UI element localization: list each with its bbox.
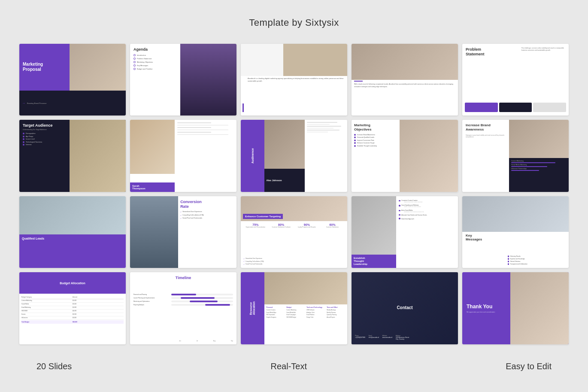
s3-content: Ancalia.id is a leading digital marketin… xyxy=(241,74,347,115)
s15-text-4: Transparent and Collaborative xyxy=(510,263,527,265)
s13-num-3: 90% xyxy=(295,223,319,226)
s5-blocks xyxy=(465,103,566,112)
s2-dot-3 xyxy=(133,61,136,63)
s13-btext-3: Social Proof and Testimonials xyxy=(246,263,262,265)
s14-item-2: Guest Speaking and Webinars Industry eve… xyxy=(399,204,455,207)
s18-col-item-4-3: Quarterly Planning xyxy=(327,314,345,316)
s13-b-2: ✓ Compelling Call-to-Action (CTA) xyxy=(243,260,345,262)
s7-line-5 xyxy=(177,132,211,133)
s16-td-2a: Social Media xyxy=(21,303,73,305)
slide-18[interactable]: ResourceAllocation Personal Content Crea… xyxy=(241,272,347,344)
s19-cd-email: Email info@ancalia.id xyxy=(369,335,379,340)
s20-subtitle: We appreciate your time and consideratio… xyxy=(467,311,507,313)
slide-10[interactable]: Increase BrandAwareness Strategies to gr… xyxy=(462,120,569,191)
slide-7[interactable]: SarahThompson xyxy=(130,120,236,191)
s8-vert-label: Audinence xyxy=(251,148,254,164)
s2-text-1: Introduction xyxy=(137,54,146,56)
s1-person-photo xyxy=(70,44,126,91)
s13-title: Enhance Customer Targeting xyxy=(243,214,283,219)
s18-col-4: Time and Effort Weekly Meetings Monthly … xyxy=(327,307,345,342)
s15-dot-2 xyxy=(508,258,509,260)
slide-6[interactable]: Target Audience Understanding Our Target… xyxy=(19,120,126,191)
s16-total-value: $20,000 xyxy=(73,321,124,323)
s6-dot-5 xyxy=(23,144,24,146)
slide-14[interactable]: EstablishThoughtLeadership Consistent Co… xyxy=(352,196,458,268)
s9-item-3: Improve Conversion Rate xyxy=(354,140,399,141)
slide-9[interactable]: MarketingObjectives Increase Brand Aware… xyxy=(352,120,458,191)
s14-text-5: Data-Driven Approach xyxy=(401,218,414,220)
slide-11[interactable]: Targeted Content Offerings Landing Page … xyxy=(19,196,126,268)
s20-left: Thank You We appreciate your time and co… xyxy=(462,272,511,344)
s6-text-2: Age Range xyxy=(26,136,33,137)
s2-building-image xyxy=(180,44,236,115)
s16-td-5b: $2,500 xyxy=(73,313,124,315)
slide-20[interactable]: Thank You We appreciate your time and co… xyxy=(462,272,569,344)
s6-dot-3 xyxy=(23,138,24,140)
s18-col-item-1-2: Social Media Mgrs xyxy=(267,312,285,313)
s17-gantt: Research and Planning Launch Planning an… xyxy=(133,294,233,333)
s17-bar-3 xyxy=(190,301,218,302)
slide-5[interactable]: ProblemStatement The challenge: connect … xyxy=(462,44,569,115)
slide-13[interactable]: Enhance Customer Targeting 75% Segmentat… xyxy=(241,196,347,268)
s17-bar-4 xyxy=(205,304,230,306)
s6-bullet-3: Income Level xyxy=(23,138,67,140)
slide-3[interactable]: Ancalia.id is a leading digital marketin… xyxy=(241,44,347,115)
s17-month-3: Aug xyxy=(213,340,215,342)
s8-right-info xyxy=(305,120,347,191)
s17-month-1: Jun xyxy=(179,340,181,342)
slide-19[interactable]: Contact Phone +1(234)567890 Email info@a… xyxy=(352,272,458,344)
slide-4[interactable]: With a track record of delivering except… xyxy=(352,44,458,115)
s18-col-item-4-4: Annual Reports xyxy=(327,316,345,318)
s2-item-4: Key Messages xyxy=(133,64,178,67)
s16-td-1b: $5,000 xyxy=(73,300,124,301)
s8-bar-3 xyxy=(307,126,341,127)
s13-label-1: Segmentation and Personalization xyxy=(243,226,268,228)
slide-8[interactable]: Audinence Alex Johnson xyxy=(241,120,347,191)
slide-2[interactable]: Agenda Introduction Problem Statement Ma… xyxy=(130,44,236,115)
slide-15[interactable]: KeyMessages Delivering Results Expertise… xyxy=(462,196,569,268)
s10-dark-item-2: Social Media Marketing xyxy=(511,164,567,167)
s18-col-item-4-1: Weekly Meetings xyxy=(327,309,345,311)
s19-addr-value: 123 Business StreetCity, Country xyxy=(396,337,409,340)
s10-label-2: Social Media Marketing xyxy=(511,164,567,166)
s18-col-item-4-2: Monthly Reviews xyxy=(327,312,345,313)
s16-row-3: Email Marketing $2,000 xyxy=(21,306,124,310)
s19-cd-phone: Phone +1(234)567890 xyxy=(355,335,365,340)
slide-16[interactable]: Budget Allocation Budget Category Amount… xyxy=(19,272,126,344)
s18-col-item-2-3: Email Campaigns xyxy=(286,314,305,316)
s16-table-header: Budget Category Amount xyxy=(21,295,124,299)
s16-td-6a: Influencers xyxy=(21,317,73,319)
s2-item-5: Budget and Timeline xyxy=(133,68,178,70)
s6-bullet-5: Interests xyxy=(23,144,67,146)
s7-name-block: SarahThompson xyxy=(130,182,175,192)
s14-sub-3: Engagement and thought-provoking posts xyxy=(404,211,424,213)
s18-col-item-1-1: Content Creators xyxy=(267,309,285,311)
s2-title: Agenda xyxy=(133,47,178,52)
s15-bullets: Delivering Results Expertise and Knowled… xyxy=(508,255,566,266)
s7-person-image xyxy=(130,120,175,174)
s14-sub-1: Regular high-quality content publishing xyxy=(404,201,422,203)
s18-col-item-3-3: Email Platform xyxy=(306,314,325,316)
s15-dot-1 xyxy=(508,255,509,257)
slide-1[interactable]: MarketingProposal → Boosting Brand Prese… xyxy=(19,44,126,115)
s13-label-4: Customer Satisfaction xyxy=(320,226,345,228)
s2-text-3: Marketing Objectives xyxy=(137,61,153,63)
s16-total-label: Total Budget xyxy=(21,321,73,323)
s13-check-1: ✓ xyxy=(243,258,245,260)
s18-purple-side: ResourceAllocation xyxy=(241,272,264,344)
s10-bar-3 xyxy=(511,170,539,171)
s10-dark-item-1: Content Marketing xyxy=(511,160,567,163)
s18-col-item-3-1: CRM Software xyxy=(306,309,325,311)
s14-dot-3 xyxy=(399,210,400,212)
s14-dot-5 xyxy=(399,218,400,219)
s11-title: Qualified Leads xyxy=(22,237,123,240)
slide-17[interactable]: Timeline Research and Planning Launch Pl… xyxy=(130,272,236,344)
s8-bar-4 xyxy=(307,128,333,129)
s13-check-3: ✓ xyxy=(243,263,245,265)
slide-12[interactable]: ConversionRate ✓ Streamlined User Experi… xyxy=(130,196,236,268)
s15-dot-4 xyxy=(508,263,509,265)
s8-name: Alex Johnson xyxy=(267,179,282,182)
s16-td-1a: Content Marketing xyxy=(21,300,73,301)
s13-b-1: ✓ Streamlined User Experience xyxy=(243,258,345,260)
s9-text-4: Enhance Customer Target xyxy=(357,142,375,144)
